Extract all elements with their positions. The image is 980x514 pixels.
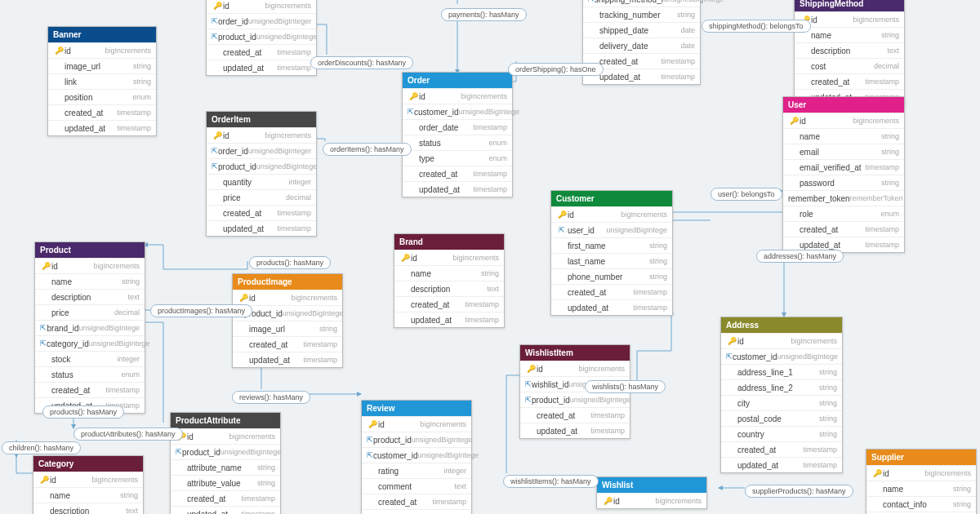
field-row[interactable]: tracking_numberstring (583, 7, 700, 22)
field-row[interactable]: email_verified_attimestamp (783, 159, 904, 175)
field-row[interactable]: descriptiontext (795, 42, 904, 58)
field-row[interactable]: ⇱brand_idunsignedBigIntege (35, 320, 145, 335)
field-row[interactable]: statusenum (35, 366, 145, 382)
field-row[interactable]: updated_attimestamp (551, 299, 672, 315)
relation-label[interactable]: products(): hasMany (42, 405, 124, 419)
field-row[interactable]: created_attimestamp (520, 407, 630, 423)
field-row[interactable]: created_attimestamp (795, 73, 904, 89)
field-row[interactable]: updated_attimestamp (721, 457, 842, 472)
field-row[interactable]: ⇱order_idunsignedBigInteger (207, 143, 316, 158)
entity-shippingmethod[interactable]: ShippingMethod🔑idbigIncrementsnamestring… (794, 0, 905, 105)
field-row[interactable]: countrystring (721, 426, 842, 441)
field-row[interactable]: updated_attimestamp (362, 509, 471, 514)
entity-title[interactable]: ShippingMethod (795, 0, 904, 11)
relation-label[interactable]: wishlistItems(): hasMany (503, 475, 599, 488)
field-row[interactable]: ⇱product_idunsignedBigIntege (362, 432, 471, 447)
field-row[interactable]: shipped_datedate (583, 22, 700, 38)
field-row[interactable]: updated_attimestamp (207, 220, 316, 236)
field-row[interactable]: remember_tokenrememberToken (783, 190, 904, 206)
field-row[interactable]: passwordstring (783, 175, 904, 190)
field-row[interactable]: phone_numberstring (551, 268, 672, 284)
field-row[interactable]: 🔑idbigIncrements (403, 88, 512, 104)
field-row[interactable]: ⇱user_idunsignedBigIntege (551, 222, 672, 237)
field-row[interactable]: updated_attimestamp (403, 181, 512, 197)
entity-brand[interactable]: Brand🔑idbigIncrementsnamestringdescripti… (394, 233, 505, 328)
field-row[interactable]: ⇱product_idunsignedBigIntege (520, 392, 630, 407)
relation-label[interactable]: payments(): hasMany (441, 8, 527, 21)
field-row[interactable]: first_namestring (551, 237, 672, 253)
relation-label[interactable]: shippingMethod(): belongsTo (702, 20, 811, 33)
entity-title[interactable]: Review (362, 401, 471, 416)
field-row[interactable]: updated_attimestamp (520, 423, 630, 438)
field-row[interactable]: created_attimestamp (233, 336, 342, 352)
field-row[interactable]: namestring (866, 481, 976, 496)
field-row[interactable]: created_attimestamp (171, 490, 280, 506)
entity-title[interactable]: WishlistItem (520, 345, 630, 361)
field-row[interactable]: quantityinteger (207, 174, 316, 189)
field-row[interactable]: ratinginteger (362, 463, 471, 478)
field-row[interactable]: ⇱customer_idunsignedBigIntege (362, 447, 471, 463)
field-row[interactable]: statusenum (403, 135, 512, 150)
field-row[interactable]: commenttext (362, 478, 471, 494)
entity-product[interactable]: Product🔑idbigIncrementsnamestringdescrip… (34, 241, 145, 414)
entity-orderitem[interactable]: OrderItem🔑idbigIncrements⇱order_idunsign… (206, 111, 317, 237)
entity-title[interactable]: Address (721, 317, 842, 333)
field-row[interactable]: ⇱product_idunsignedBigIntege (207, 29, 316, 44)
field-row[interactable]: updated_attimestamp (48, 120, 156, 135)
entity-title[interactable]: OrderItem (207, 112, 316, 127)
field-row[interactable]: 🔑idbigIncrements (35, 258, 145, 273)
field-row[interactable]: created_attimestamp (35, 382, 145, 397)
field-row[interactable]: pricedecimal (35, 304, 145, 320)
field-row[interactable]: emailstring (783, 144, 904, 159)
field-row[interactable]: 🔑idbigIncrements (207, 0, 316, 13)
entity-productattribute[interactable]: ProductAttribute🔑idbigIncrements⇱product… (170, 412, 281, 514)
field-row[interactable]: 🔑idbigIncrements (721, 333, 842, 348)
field-row[interactable]: ⇱product_idunsignedBigIntege (207, 158, 316, 174)
relation-label[interactable]: products(): hasMany (249, 256, 331, 269)
entity-title[interactable]: Order (403, 73, 512, 88)
entity-title[interactable]: Supplier (866, 450, 976, 465)
entity-title[interactable]: ProductAttribute (171, 413, 280, 428)
field-row[interactable]: 🔑idbigIncrements (207, 127, 316, 143)
field-row[interactable]: order_datetimestamp (403, 119, 512, 135)
field-row[interactable]: linkstring (48, 73, 156, 89)
entity-title[interactable]: Banner (48, 27, 156, 42)
field-row[interactable]: postal_codestring (721, 410, 842, 426)
field-row[interactable]: ⇱order_idunsignedBigInteger (207, 13, 316, 29)
field-row[interactable]: ⇱product_idunsignedBigIntege (171, 444, 280, 459)
field-row[interactable]: costdecimal (795, 58, 904, 73)
field-row[interactable]: address_line_1string (721, 364, 842, 379)
field-row[interactable]: namestring (783, 128, 904, 144)
relation-label[interactable]: wishlists(): hasMany (585, 380, 666, 393)
field-row[interactable]: descriptiontext (35, 289, 145, 304)
field-row[interactable]: created_attimestamp (48, 104, 156, 120)
field-row[interactable]: 🔑idbigIncrements (520, 361, 630, 376)
relation-label[interactable]: reviews(): hasMany (232, 391, 310, 404)
entity-title[interactable]: Customer (551, 191, 672, 206)
relation-label[interactable]: orderDiscounts(): hasMany (310, 56, 413, 69)
field-row[interactable]: delivery_datedate (583, 38, 700, 53)
relation-label[interactable]: addresses(): hasMany (756, 250, 844, 263)
field-row[interactable]: ⇱category_idunsignedBigIntege (35, 335, 145, 351)
relation-label[interactable]: children(): hasMany (2, 441, 81, 454)
field-row[interactable]: address_line_2string (721, 379, 842, 395)
entity-title[interactable]: ProductImage (233, 274, 342, 290)
field-row[interactable]: 🔑idbigIncrements (795, 11, 904, 27)
entity-title[interactable]: Product (35, 242, 145, 258)
entity-order[interactable]: Order🔑idbigIncrements⇱customer_idunsigne… (402, 72, 513, 197)
field-row[interactable]: positionenum (48, 89, 156, 104)
field-row[interactable]: 🔑idbigIncrements (33, 472, 143, 487)
relation-label[interactable]: user(): belongsTo (710, 188, 782, 201)
field-row[interactable]: created_attimestamp (207, 205, 316, 220)
field-row[interactable]: 🔑idbigIncrements (551, 206, 672, 222)
field-row[interactable]: descriptiontext (33, 503, 143, 514)
entity-title[interactable]: User (783, 97, 904, 113)
field-row[interactable]: namestring (394, 265, 504, 281)
field-row[interactable]: ⇱shipping_method_iunsignedBigIntege (583, 0, 700, 7)
entity-productimage[interactable]: ProductImage🔑idbigIncrements⇱product_idu… (232, 273, 343, 368)
field-row[interactable]: contact_infostring (866, 496, 976, 512)
entity-banner[interactable]: Banner🔑idbigIncrementsimage_urlstringlin… (47, 26, 157, 136)
field-row[interactable]: descriptiontext (394, 281, 504, 296)
field-row[interactable]: namestring (33, 487, 143, 503)
field-row[interactable]: updated_attimestamp (171, 506, 280, 514)
